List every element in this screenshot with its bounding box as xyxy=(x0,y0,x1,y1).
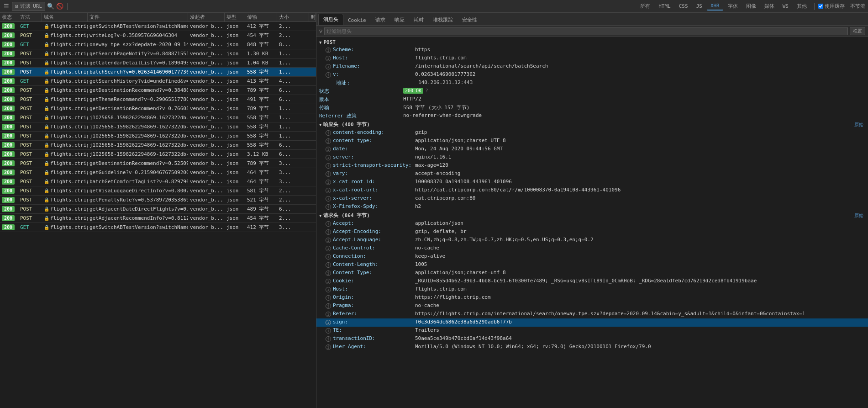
info-icon: i xyxy=(326,254,331,260)
info-icon: i xyxy=(326,262,331,268)
td-initiator: vendor_b... xyxy=(188,77,225,85)
table-row[interactable]: 200 GET 🔒flights.ctrip.com getSearchHist… xyxy=(0,77,316,86)
tab-cookie[interactable]: Cookie xyxy=(343,16,371,25)
request-headers-section[interactable]: ▼ 请求头 (864 字节) 原始 xyxy=(316,211,868,220)
status-badge: 200 xyxy=(2,106,15,111)
table-row[interactable]: 200 POST 🔒flights.ctrip.com j1025658-159… xyxy=(0,122,316,132)
td-method: POST xyxy=(18,150,42,159)
table-row[interactable]: 200 POST 🔒flights.ctrip.com getAdjacentR… xyxy=(0,214,316,223)
request-headers-raw-btn[interactable]: 原始 xyxy=(852,212,865,219)
status-badge: 200 xyxy=(2,215,15,221)
td-size: 8... xyxy=(277,40,309,49)
status-badge: 200 xyxy=(2,179,15,185)
table-row[interactable]: 200 POST 🔒flights.ctrip.com getDestinati… xyxy=(0,159,316,168)
tab-headers[interactable]: 消息头 xyxy=(318,14,343,25)
table-row[interactable]: 200 POST 🔒flights.ctrip.com j1025658-159… xyxy=(0,150,316,159)
tab-media[interactable]: 媒体 xyxy=(761,2,778,11)
tab-timing[interactable]: 耗时 xyxy=(409,15,428,25)
td-method: POST xyxy=(18,104,42,113)
filter-url-input[interactable]: ⊡ 过滤 URL xyxy=(12,2,45,11)
td-initiator: vendor_b... xyxy=(188,40,225,49)
tab-image[interactable]: 图像 xyxy=(742,2,760,11)
post-section-header[interactable]: ▼ POST xyxy=(316,38,868,46)
table-row[interactable]: 200 POST 🔒flights.ctrip.com getGuideline… xyxy=(0,168,316,177)
td-transfer: 1.04 KB xyxy=(245,58,277,67)
tab-security[interactable]: 安全性 xyxy=(458,15,482,25)
tab-font[interactable]: 字体 xyxy=(724,2,742,11)
host-row: i Host: flights.ctrip.com xyxy=(316,54,868,63)
top-toolbar: ☰ ⊡ 过滤 URL 🔍 🚫 所有 HTML CSS JS XHR 字体 图像 … xyxy=(0,0,868,13)
tab-css[interactable]: CSS xyxy=(675,2,692,10)
td-domain: 🔒flights.ctrip.com xyxy=(42,168,88,177)
td-initiator: vendor_b... xyxy=(188,186,225,195)
tab-other[interactable]: 其他 xyxy=(793,2,810,11)
cache-checkbox[interactable] xyxy=(818,4,823,9)
tab-response[interactable]: 响应 xyxy=(390,15,409,25)
table-row[interactable]: 200 GET 🔒flights.ctrip.com getSwitchABTe… xyxy=(0,22,316,31)
table-row[interactable]: 200 POST 🔒flights.ctrip.com getCalendarD… xyxy=(0,58,316,68)
td-type: json xyxy=(225,223,245,232)
td-file: getDestinationRecommend?v=0.766085339827… xyxy=(88,104,188,113)
td-transfer: 521 字节 xyxy=(245,196,277,204)
request-header-row: i Connection: keep-alive xyxy=(316,253,868,261)
table-row[interactable]: 200 POST 🔒flights.ctrip.com getThemeReco… xyxy=(0,95,316,104)
tab-stack[interactable]: 堆栈跟踪 xyxy=(428,15,458,25)
table-row[interactable]: 200 POST 🔒flights.ctrip.com getDestinati… xyxy=(0,86,316,95)
tab-request[interactable]: 请求 xyxy=(371,15,390,25)
referrer-policy-row: Referrer 政策 no-referrer-when-downgrade xyxy=(316,112,868,120)
td-type: json xyxy=(225,186,245,195)
search-icon[interactable]: 🔍 xyxy=(47,3,54,10)
td-status: 200 xyxy=(0,168,18,177)
header-filter-input[interactable] xyxy=(324,27,848,35)
td-file: getGuideline?v=0.21590467675092007 xyxy=(88,168,188,177)
table-row[interactable]: 200 GET 🔒flights.ctrip.com getSwitchABTe… xyxy=(0,223,316,232)
table-row[interactable]: 200 POST 🔒flights.ctrip.com batchSearch?… xyxy=(0,68,316,77)
table-row[interactable]: 200 POST 🔒flights.ctrip.com getAdjacentD… xyxy=(0,205,316,214)
table-row[interactable]: 200 POST 🔒flights.ctrip.com getPenaltyRu… xyxy=(0,196,316,205)
block-icon[interactable]: 🚫 xyxy=(56,3,63,10)
td-status: 200 xyxy=(0,214,18,223)
request-header-row: i sign: f0c3d364dc6862e38a6d5290adb6f77b xyxy=(316,318,868,327)
table-row[interactable]: 200 POST 🔒flights.ctrip.com writeLog?v=0… xyxy=(0,31,316,40)
tab-xhr[interactable]: XHR xyxy=(707,2,723,11)
td-domain: 🔒flights.ctrip.com xyxy=(42,77,88,85)
td-time xyxy=(309,141,316,149)
lock-icon: 🔒 xyxy=(44,97,49,102)
td-type: json xyxy=(225,177,245,186)
response-headers-raw-btn[interactable]: 原始 xyxy=(852,122,865,128)
td-status: 200 xyxy=(0,40,18,49)
tab-html[interactable]: HTML xyxy=(655,2,674,10)
raw-button[interactable]: 栏置 xyxy=(850,27,865,35)
triangle-icon: ▼ xyxy=(319,40,321,45)
throttle-select[interactable]: 不节流 xyxy=(850,3,865,10)
tab-ws[interactable]: WS xyxy=(779,2,792,10)
td-initiator: vendor_b... xyxy=(188,86,225,95)
lock-icon: 🔒 xyxy=(44,197,49,202)
cache-checkbox-label[interactable]: 使用缓存 xyxy=(818,3,845,10)
question-icon[interactable]: ? xyxy=(425,88,428,94)
table-row[interactable]: 200 POST 🔒flights.ctrip.com getVisaLugga… xyxy=(0,186,316,196)
detail-content: ▼ POST i Scheme: https i Host: flights.c… xyxy=(316,37,868,408)
table-row[interactable]: 200 GET 🔒flights.ctrip.com oneway-tpe-sz… xyxy=(0,40,316,49)
td-method: GET xyxy=(18,77,42,85)
info-icon: i xyxy=(326,138,331,144)
request-header-row: i Accept-Language: zh-CN,zh;q=0.8,zh-TW;… xyxy=(316,236,868,244)
td-time xyxy=(309,31,316,40)
table-row[interactable]: 200 POST 🔒flights.ctrip.com getSearchPag… xyxy=(0,49,316,58)
table-row[interactable]: 200 POST 🔒flights.ctrip.com getDestinati… xyxy=(0,104,316,113)
tab-js[interactable]: JS xyxy=(693,2,706,10)
table-row[interactable]: 200 POST 🔒flights.ctrip.com batchGetComf… xyxy=(0,177,316,186)
td-file: getSearchPageNotify?v=0.8488715511332606 xyxy=(88,49,188,58)
td-status: 200 xyxy=(0,22,18,31)
tab-all[interactable]: 所有 xyxy=(637,2,654,11)
td-type: json xyxy=(225,31,245,40)
table-row[interactable]: 200 POST 🔒flights.ctrip.com j1025658-159… xyxy=(0,132,316,141)
td-type: json xyxy=(225,196,245,204)
response-headers-section[interactable]: ▼ 响应头 (400 字节) 原始 xyxy=(316,120,868,129)
td-initiator: vendor_b... xyxy=(188,159,225,168)
table-row[interactable]: 200 POST 🔒flights.ctrip.com j1025658-159… xyxy=(0,141,316,150)
td-domain: 🔒flights.ctrip.com xyxy=(42,49,88,58)
td-status: 200 xyxy=(0,150,18,159)
table-row[interactable]: 200 POST 🔒flights.ctrip.com j1025658-159… xyxy=(0,113,316,122)
menu-icon[interactable]: ☰ xyxy=(3,3,10,10)
